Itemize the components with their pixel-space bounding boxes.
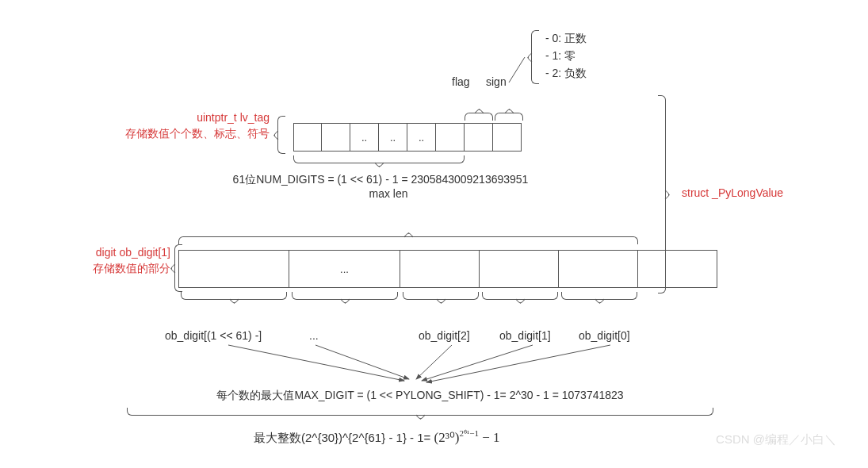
svg-line-2: [315, 345, 409, 379]
lv-cell-3: ..: [379, 123, 407, 152]
digit-brace-2: [403, 292, 479, 300]
flag-label: flag: [452, 75, 470, 88]
lv-tag-line2: 存储数值个个数、标志、符号: [71, 127, 270, 141]
max-digit-label: 每个数的最大值MAX_DIGIT = (1 << PYLONG_SHIFT) -…: [119, 389, 721, 403]
lv-cell-4: ..: [407, 123, 436, 152]
lv-cell-5: [436, 123, 465, 152]
lv-cell-1: [322, 123, 350, 152]
digit-label-3: ob_digit[1]: [499, 329, 551, 342]
lv-cell-6-flag: [465, 123, 493, 152]
digit-cell-3: [480, 250, 559, 288]
lv-cell-3-text: ..: [390, 132, 396, 144]
digit-cell-1: ...: [289, 250, 400, 288]
max-int-prefix: 最大整数(2^{30})^{2^{61} - 1} - 1=: [254, 431, 430, 444]
max-int-formula: 最大整数(2^{30})^{2^{61} - 1} - 1= (2³⁰)2⁶¹−…: [254, 428, 500, 446]
max-int-base: (2³⁰): [434, 430, 460, 445]
lv-cell-2-text: ..: [361, 132, 367, 144]
digit-cell-5: [638, 250, 717, 288]
svg-line-0: [509, 57, 525, 82]
pylong-diagram: - 0: 正数 - 1: 零 - 2: 负数 flag sign uintptr…: [24, 16, 844, 452]
digit-brace-3: [482, 292, 558, 300]
num-digits-label: 61位NUM_DIGITS = (1 << 61) - 1 = 23058430…: [166, 173, 595, 187]
lv-tag-brace: [277, 116, 285, 154]
watermark: CSDN @编程／小白＼: [716, 432, 836, 447]
flag-brace: [465, 113, 493, 121]
struct-label: struct _PyLongValue: [682, 186, 783, 199]
digit-label-2: ob_digit[2]: [419, 329, 470, 342]
max-int-suffix: − 1: [479, 430, 500, 445]
connectors: [24, 16, 844, 452]
maxlen-up-brace: [178, 236, 638, 244]
sign-item-1: - 1: 零: [545, 49, 575, 63]
ob-digit-line2: 存储数值的部分: [52, 262, 170, 276]
svg-line-1: [228, 345, 404, 381]
sign-top-brace: [495, 113, 523, 121]
ob-digit-row: ...: [178, 250, 717, 288]
digit-label-0: ob_digit[(1 << 61) -]: [165, 329, 262, 342]
lv-cell-0: [293, 123, 322, 152]
digit-brace-0: [181, 292, 287, 300]
ob-digit-line1: digit ob_digit[1]: [52, 246, 170, 259]
sign-brace: [531, 30, 539, 84]
lv-cell-7-sign: [493, 123, 522, 152]
max-int-brace: [127, 408, 713, 416]
lv-tag-line1: uintptr_t lv_tag: [135, 111, 270, 124]
digit-brace-4: [561, 292, 637, 300]
digit-label-1: ...: [309, 329, 319, 342]
digit-cell-1-text: ...: [340, 263, 349, 275]
sign-label: sign: [486, 75, 507, 88]
struct-brace: [658, 95, 666, 293]
sign-item-0: - 0: 正数: [545, 32, 587, 46]
lv-cell-4-text: ..: [419, 132, 424, 144]
max-len-label: max len: [349, 187, 428, 200]
svg-line-4: [422, 345, 533, 381]
svg-line-5: [426, 345, 610, 382]
digit-label-4: ob_digit[0]: [579, 329, 630, 342]
max-int-exp: 2⁶¹−1: [459, 428, 479, 438]
svg-line-3: [416, 345, 452, 379]
digit-cell-2: [400, 250, 480, 288]
digit-brace-1: [292, 292, 398, 300]
sign-item-2: - 2: 负数: [545, 67, 587, 81]
lv-cell-2: ..: [350, 123, 379, 152]
digit-cell-4: [559, 250, 638, 288]
digit-cell-0: [178, 250, 289, 288]
numdigits-brace: [293, 155, 465, 163]
lv-tag-row: .. .. ..: [293, 123, 522, 152]
